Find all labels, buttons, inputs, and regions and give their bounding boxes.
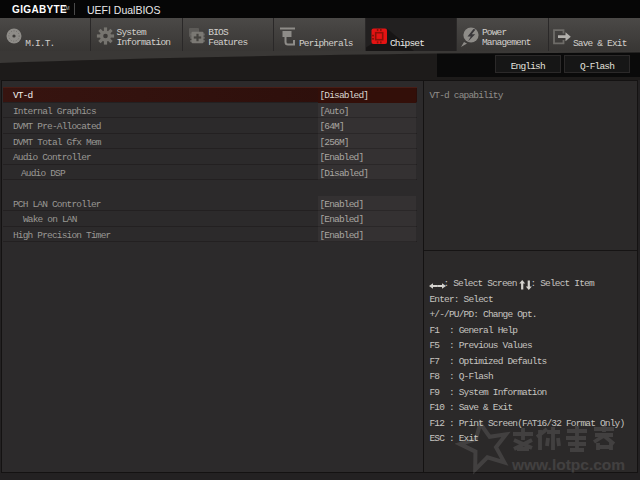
svg-text:www.lotpc.com: www.lotpc.com [511, 456, 625, 473]
